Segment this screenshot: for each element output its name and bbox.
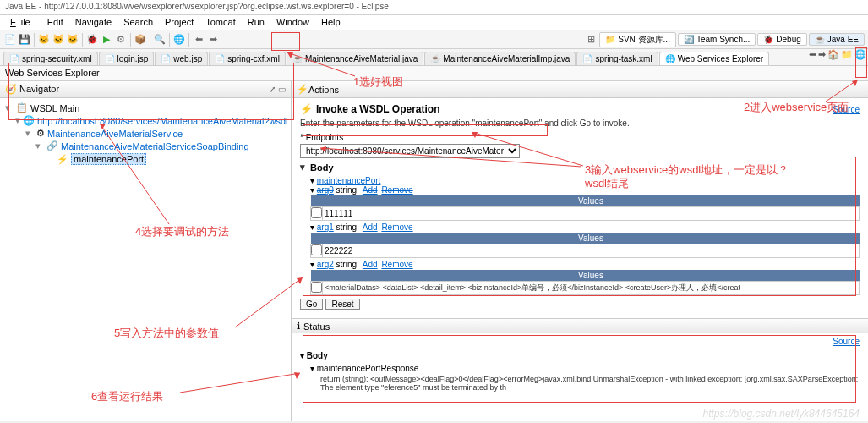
view-toolbar: ⬅ ➡ 🏠 📁 🌐 <box>809 49 866 60</box>
arg0-table: Values <box>310 195 860 221</box>
tomcat-start-icon[interactable]: 🐱 <box>37 33 51 47</box>
arg1-block: ▾ arg1 string Add Remove Values <box>310 222 860 258</box>
menubar: File Edit Navigate Search Project Tomcat… <box>0 15 868 30</box>
view-tool-icon[interactable]: 🌐 <box>854 49 866 60</box>
arg2-value[interactable]: <materialDatas> <dataList> <detail_item>… <box>323 282 859 294</box>
menu-tomcat[interactable]: Tomcat <box>200 16 240 30</box>
tab-ws-explorer[interactable]: 🌐Web Services Explorer <box>659 52 770 65</box>
tree-operation[interactable]: ⚡ maintenancePort <box>5 152 286 166</box>
menu-help[interactable]: Help <box>316 16 346 30</box>
main-toolbar: 📄 💾 🐱 🐱 🐱 🐞 ▶ ⚙ 📦 🔍 🌐 ⬅ ➡ ⊞ 📁 SVN 资源库...… <box>0 30 868 49</box>
source-link[interactable]: Source <box>833 105 860 114</box>
arg1-add[interactable]: Add <box>363 222 378 232</box>
status-pane: ℹ Status Source ▾ Body ▾ maintenancePort… <box>292 318 868 395</box>
view-tool-icon[interactable]: 📁 <box>841 49 853 60</box>
arg0-block: ▾ arg0 string Add Remove Values <box>310 185 860 221</box>
navigator-tree: ▾📋 WSDL Main ▾🌐 http://localhost:8080/se… <box>0 98 291 169</box>
arg1-checkbox[interactable] <box>311 244 322 255</box>
arg1-remove[interactable]: Remove <box>381 222 412 232</box>
body-header: ▾Body <box>300 162 860 173</box>
tree-service[interactable]: ▾⚙ MaintenanceAiveMaterialService <box>5 127 286 140</box>
run-icon[interactable]: ▶ <box>100 33 113 47</box>
perspective-switcher: ⊞ 📁 SVN 资源库... 🔄 Team Synch... 🐞 Debug ☕… <box>584 32 865 47</box>
tab-login[interactable]: 📄login.jsp <box>99 52 155 65</box>
expand-icon[interactable]: ⤢ <box>269 85 276 94</box>
arg2-remove[interactable]: Remove <box>381 260 412 269</box>
tab-spring-task[interactable]: 📄spring-task.xml <box>576 52 658 65</box>
endpoint-select[interactable]: http://localhost:8080/services/Maintenan… <box>300 144 520 158</box>
perspective-svn[interactable]: 📁 SVN 资源库... <box>599 32 676 47</box>
new-icon[interactable]: 📄 <box>3 33 17 47</box>
arg1-table: Values <box>310 233 860 258</box>
tab-spring-security[interactable]: 📄spring-security.xml <box>3 52 98 65</box>
arg2-checkbox[interactable] <box>311 282 322 293</box>
reset-button[interactable]: Reset <box>325 299 359 310</box>
menu-edit[interactable]: Edit <box>42 16 68 30</box>
external-icon[interactable]: ⚙ <box>114 33 128 47</box>
endpoints-label: * Endpoints <box>300 133 860 142</box>
window-titlebar: Java EE - http://127.0.0.1:8080/wve/wsex… <box>0 0 868 15</box>
save-icon[interactable]: 💾 <box>18 33 31 47</box>
arg2-table: Values <materialDatas> <dataList> <detai… <box>310 270 860 295</box>
form-title: ⚡ Invoke a WSDL Operation <box>300 103 439 115</box>
arg2-block: ▾ arg2 string Add Remove Values <materia… <box>310 260 860 295</box>
tab-maint-imp[interactable]: ☕MaintenanceAiveMaterialImp.java <box>424 52 576 65</box>
tab-maint-java[interactable]: ☕MaintenanceAiveMaterial.java <box>287 52 423 65</box>
perspective-team[interactable]: 🔄 Team Synch... <box>678 33 756 46</box>
tree-binding[interactable]: ▾🔗 MaintenanceAiveMaterialServiceSoapBin… <box>5 140 286 152</box>
go-button[interactable]: Go <box>300 299 323 310</box>
actions-header: ⚡ Actions <box>292 81 868 98</box>
forward-icon[interactable]: ➡ <box>206 33 220 47</box>
button-row: Go Reset <box>300 299 860 310</box>
search-icon[interactable]: 🔍 <box>153 33 167 47</box>
arg0-name[interactable]: arg0 <box>317 185 334 195</box>
status-header: ℹ Status <box>292 319 868 333</box>
debug-icon[interactable]: 🐞 <box>85 33 99 47</box>
collapse-icon[interactable]: ▭ <box>278 85 286 94</box>
menu-project[interactable]: Project <box>160 16 199 30</box>
back-icon[interactable]: ⬅ <box>192 33 205 47</box>
menu-navigate[interactable]: Navigate <box>70 16 117 30</box>
menu-search[interactable]: Search <box>118 16 158 30</box>
watermark: https://blog.csdn.net/lyk844645164 <box>703 408 860 420</box>
view-tool-icon[interactable]: 🏠 <box>827 49 839 60</box>
editor-tabs: 📄spring-security.xml 📄login.jsp 📄web.jsp… <box>0 49 868 66</box>
tomcat-stop-icon[interactable]: 🐱 <box>52 33 65 47</box>
form-description: Enter the parameters for the WSDL operat… <box>300 118 860 128</box>
tab-web[interactable]: 📄web.jsp <box>155 52 208 65</box>
arg1-name[interactable]: arg1 <box>317 222 334 232</box>
menu-file[interactable]: File <box>5 16 41 30</box>
menu-window[interactable]: Window <box>271 16 314 30</box>
open-type-icon[interactable]: 📦 <box>134 33 147 47</box>
operation-link[interactable]: maintenancePort <box>317 176 381 185</box>
arg0-input[interactable] <box>323 208 859 219</box>
tree-root[interactable]: ▾📋 WSDL Main <box>5 102 286 114</box>
actions-pane: ⚡ Actions ⚡ Invoke a WSDL Operation Sour… <box>292 81 868 421</box>
menu-run[interactable]: Run <box>243 16 270 30</box>
open-perspective-icon[interactable]: ⊞ <box>584 33 598 47</box>
view-tool-icon[interactable]: ⬅ <box>809 49 816 60</box>
arg0-checkbox[interactable] <box>311 207 322 218</box>
response-title: ▾ maintenancePortResponse <box>310 364 860 373</box>
arg0-add[interactable]: Add <box>363 185 378 195</box>
perspective-javaee[interactable]: ☕ Java EE <box>809 33 865 46</box>
tab-spring-cxf[interactable]: 📄spring-cxf.xml <box>209 52 286 65</box>
arg2-add[interactable]: Add <box>363 260 378 269</box>
response-text: return (string): <outMessage><dealFlag>0… <box>320 375 860 392</box>
navigator-pane: 🧭 Navigator ⤢▭ ▾📋 WSDL Main ▾🌐 http://lo… <box>0 81 292 421</box>
arg1-input[interactable] <box>323 245 859 256</box>
tree-wsdl-url[interactable]: ▾🌐 http://localhost:8080/services/Mainte… <box>5 114 286 127</box>
view-tool-icon[interactable]: ➡ <box>818 49 826 60</box>
wsexplorer-icon[interactable]: 🌐 <box>172 33 186 47</box>
arg2-name[interactable]: arg2 <box>317 260 334 269</box>
view-header: Web Services Explorer <box>0 66 868 81</box>
status-source-link[interactable]: Source <box>833 337 860 346</box>
navigator-header: 🧭 Navigator ⤢▭ <box>0 81 291 98</box>
arg0-remove[interactable]: Remove <box>381 185 412 195</box>
perspective-debug[interactable]: 🐞 Debug <box>757 33 806 46</box>
tomcat-restart-icon[interactable]: 🐱 <box>66 33 79 47</box>
